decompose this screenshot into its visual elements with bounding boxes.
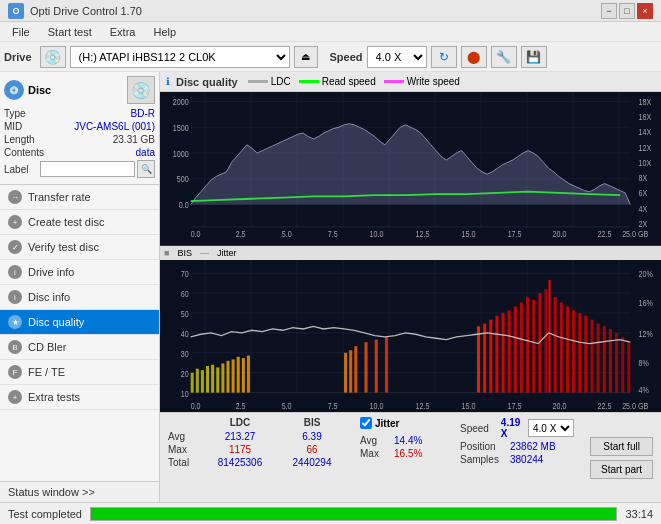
jitter-max-label: Max: [360, 448, 390, 459]
avg-bis: 6.39: [280, 431, 344, 442]
contents-label: Contents: [4, 147, 44, 158]
svg-rect-84: [196, 368, 199, 392]
svg-rect-96: [349, 350, 352, 392]
bis-legend: BIS: [177, 248, 192, 258]
stats-buttons: Start full Start part: [582, 413, 661, 502]
svg-rect-105: [501, 313, 504, 393]
ldc-legend-color: [248, 80, 268, 83]
svg-rect-108: [520, 302, 523, 392]
svg-rect-98: [364, 342, 367, 392]
svg-text:8X: 8X: [639, 174, 648, 184]
save-button[interactable]: 💾: [521, 46, 547, 68]
speed-label: Speed: [330, 51, 363, 63]
menu-file[interactable]: File: [4, 25, 38, 39]
svg-rect-94: [247, 355, 250, 392]
max-bis: 66: [280, 444, 344, 455]
svg-text:2000: 2000: [173, 97, 189, 107]
extra-tests-label: Extra tests: [28, 391, 80, 403]
maximize-button[interactable]: □: [619, 3, 635, 19]
jitter-legend: Jitter: [217, 248, 237, 258]
sidebar-item-verify-test-disc[interactable]: ✓ Verify test disc: [0, 235, 159, 260]
start-part-button[interactable]: Start part: [590, 460, 653, 479]
menu-help[interactable]: Help: [145, 25, 184, 39]
empty-col: [168, 417, 200, 428]
svg-text:8%: 8%: [639, 358, 650, 368]
total-label: Total: [168, 457, 200, 468]
svg-text:20.0: 20.0: [553, 230, 567, 240]
svg-text:10.0: 10.0: [370, 400, 384, 410]
settings-button[interactable]: 🔧: [491, 46, 517, 68]
stats-panel: LDC BIS Avg 213.27 6.39 Max 1175 66 To: [160, 412, 661, 502]
disc-info-icon: i: [8, 290, 22, 304]
disc-label-input[interactable]: [40, 161, 135, 177]
speed-select-stats[interactable]: 4.0 X: [528, 419, 574, 437]
speed-select[interactable]: 4.0 X 1.0 X 2.0 X 6.0 X 8.0 X: [367, 46, 427, 68]
svg-text:17.5: 17.5: [508, 400, 522, 410]
svg-text:4%: 4%: [639, 384, 650, 394]
svg-rect-95: [344, 352, 347, 392]
sidebar-item-fe-te[interactable]: F FE / TE: [0, 360, 159, 385]
jitter-checkbox[interactable]: [360, 417, 372, 429]
cd-bler-label: CD Bler: [28, 341, 67, 353]
position-label: Position: [460, 441, 506, 452]
svg-rect-125: [621, 336, 624, 392]
svg-rect-101: [477, 326, 480, 392]
legend-top: LDC Read speed Write speed: [248, 76, 460, 87]
test-button[interactable]: ⬤: [461, 46, 487, 68]
close-button[interactable]: ×: [637, 3, 653, 19]
svg-rect-116: [566, 306, 569, 392]
svg-text:5.0: 5.0: [282, 230, 292, 240]
svg-text:4X: 4X: [639, 204, 648, 214]
minimize-button[interactable]: −: [601, 3, 617, 19]
svg-text:30: 30: [181, 348, 189, 358]
disc-label-btn[interactable]: 🔍: [137, 160, 155, 178]
sidebar-item-cd-bler[interactable]: B CD Bler: [0, 335, 159, 360]
drive-select[interactable]: (H:) ATAPI iHBS112 2 CL0K: [70, 46, 290, 68]
svg-rect-91: [232, 359, 235, 392]
progress-bar-fill: [91, 508, 616, 520]
svg-text:20: 20: [181, 368, 189, 378]
app-title: Opti Drive Control 1.70: [30, 5, 142, 17]
svg-text:500: 500: [177, 175, 189, 185]
menu-start-test[interactable]: Start test: [40, 25, 100, 39]
sidebar-item-drive-info[interactable]: i Drive info: [0, 260, 159, 285]
fe-te-icon: F: [8, 365, 22, 379]
sidebar-item-disc-quality[interactable]: ★ Disc quality: [0, 310, 159, 335]
main-content: ℹ Disc quality LDC Read speed Write spee…: [160, 72, 661, 502]
app-icon: O: [8, 3, 24, 19]
transfer-rate-label: Transfer rate: [28, 191, 91, 203]
eject-button[interactable]: ⏏: [294, 46, 318, 68]
svg-text:1500: 1500: [173, 123, 189, 133]
speed-pos-section: Speed 4.19 X 4.0 X Position 23862 MB Sam…: [452, 413, 582, 502]
sidebar-item-create-test-disc[interactable]: + Create test disc: [0, 210, 159, 235]
jitter-label: Jitter: [375, 418, 399, 429]
disc-image-btn[interactable]: 💿: [127, 76, 155, 104]
sidebar-item-transfer-rate[interactable]: → Transfer rate: [0, 185, 159, 210]
start-full-button[interactable]: Start full: [590, 437, 653, 456]
status-window-btn[interactable]: Status window >>: [0, 481, 159, 502]
sidebar-item-extra-tests[interactable]: + Extra tests: [0, 385, 159, 410]
sidebar-item-disc-info[interactable]: i Disc info: [0, 285, 159, 310]
svg-text:17.5: 17.5: [508, 230, 522, 240]
svg-text:0.0: 0.0: [191, 230, 201, 240]
disc-quality-header: ℹ Disc quality LDC Read speed Write spee…: [160, 72, 661, 92]
drive-info-label: Drive info: [28, 266, 74, 278]
disc-info-label: Disc info: [28, 291, 70, 303]
menu-extra[interactable]: Extra: [102, 25, 144, 39]
disc-panel-icon: 💿: [4, 80, 24, 100]
svg-text:25.0 GB: 25.0 GB: [622, 400, 649, 410]
svg-rect-103: [489, 319, 492, 392]
dq-icon: ℹ: [166, 76, 170, 87]
refresh-button[interactable]: ↻: [431, 46, 457, 68]
svg-text:25.0 GB: 25.0 GB: [622, 230, 648, 240]
svg-rect-122: [603, 326, 606, 392]
chart-top: 2000 1500 1000 500 0.0 18X 16X 14X 12X 1…: [160, 92, 661, 246]
svg-text:60: 60: [181, 289, 189, 299]
svg-rect-85: [201, 370, 204, 393]
svg-rect-99: [375, 339, 378, 392]
svg-rect-107: [514, 306, 517, 392]
svg-rect-106: [508, 310, 511, 392]
length-label: Length: [4, 134, 35, 145]
verify-test-disc-label: Verify test disc: [28, 241, 99, 253]
svg-text:22.5: 22.5: [598, 400, 612, 410]
